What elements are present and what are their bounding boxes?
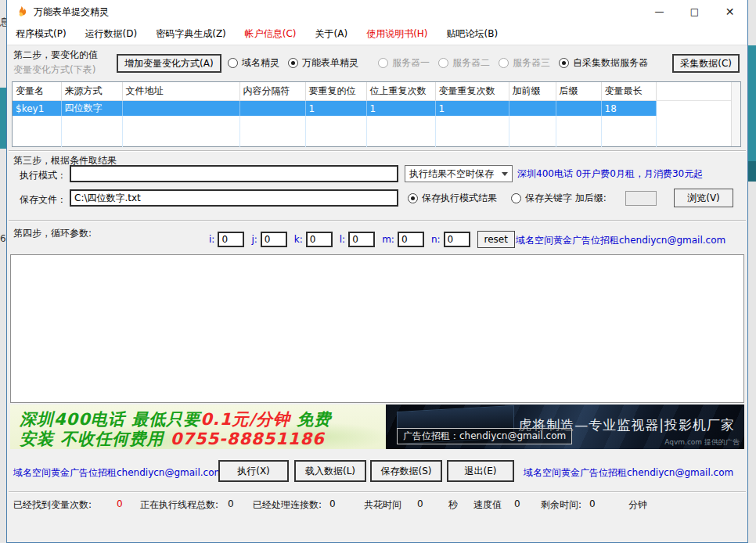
radio-self-collect-server[interactable]: 自采集数据服务器 [559,56,648,70]
footer-promo-link-right[interactable]: 域名空间黄金广告位招租chendiycn@gmail.com [524,466,733,480]
status-threads-label: 正在执行线程总数: [140,498,218,512]
radio-circle-icon [288,58,298,68]
status-links-label: 已经处理连接数: [253,498,322,512]
cell-variable-name[interactable]: $key1 [13,101,61,117]
loop-input-l[interactable] [348,232,375,247]
radio-universal-form-wizard[interactable]: 万能表单精灵 [288,56,358,70]
save-mode-dropdown[interactable]: 执行结果不空时保存 [405,165,513,182]
menu-about[interactable]: 关于(A) [313,26,351,42]
exec-mode-input[interactable] [70,165,398,182]
step2-radio-group: 域名精灵 万能表单精灵 服务器一 服务器二 服务器三 自采集数据服务器 [228,56,648,70]
column-header-file-path[interactable]: 文件地址 [122,82,239,101]
variables-table: 变量名 来源方式 文件地址 内容分隔符 要重复的位 位上重复次数 变量重复次数 … [12,81,741,147]
result-textarea[interactable] [10,254,744,403]
reset-button[interactable]: reset [477,231,515,248]
collect-data-button[interactable]: 采集数据(C) [672,54,740,73]
save-data-button[interactable]: 保存数据(S) [370,460,442,482]
ad-left-line1: 深圳400电话 最低只要0.1元/分钟 免费 [20,408,331,430]
loop-input-k[interactable] [306,232,333,247]
menu-password-dict[interactable]: 密码字典生成(Z) [153,26,229,42]
radio-save-keyword[interactable]: 保存关键字 加后缀: [511,192,607,205]
cell-source[interactable]: 四位数字 [61,101,122,117]
exit-button[interactable]: 退出(E) [447,460,514,482]
cell-digit-repeat-count[interactable]: 1 [366,101,435,117]
maximize-button[interactable]: □ [677,0,712,23]
save-file-input[interactable] [70,189,398,207]
execute-button[interactable]: 执行(X) [218,460,289,482]
minimize-button[interactable]: — [642,0,677,23]
close-button[interactable]: ✕ [712,0,747,23]
ad-text-red: 0.1元/分钟 [200,410,290,429]
radio-label: 域名精灵 [242,56,279,70]
cell-variable-repeat-count[interactable]: 1 [435,101,509,117]
radio-circle-icon [499,58,509,68]
column-header-suffix[interactable]: 后缀 [556,82,601,101]
cell-prefix[interactable] [509,101,556,117]
save-mode-dropdown-value: 执行结果不空时保存 [409,167,494,181]
ad-text-green: 安装 不收任何费用 [20,430,171,448]
status-links-value: 0 [329,498,336,509]
menu-account-info[interactable]: 帐户信息(C) [243,26,299,42]
radio-label: 保存关键字 加后缀: [525,192,607,205]
loop-counter-m: m: [382,232,424,247]
status-remaining-label: 剩余时间: [541,498,581,512]
radio-label: 保存执行模式结果 [422,192,497,205]
add-variable-button[interactable]: 增加变量变化方式(A) [117,54,221,73]
column-header-source[interactable]: 来源方式 [61,82,122,101]
menu-program-mode[interactable]: 程序模式(P) [13,26,69,42]
ad-rent-label: 广告位招租：chendiycn@gmail.com [397,428,572,444]
radio-circle-icon [228,58,238,68]
radio-label: 服务器三 [513,56,550,70]
cell-filler [656,101,731,117]
menu-manual[interactable]: 使用说明书(H) [364,26,430,42]
save-file-label: 保存文件： [20,193,67,207]
column-header-separator[interactable]: 内容分隔符 [239,82,305,101]
loop-label-n: n: [431,234,441,245]
ad-banner-left[interactable]: 深圳400电话 最低只要0.1元/分钟 免费 安装 不收任何费用 0755-88… [10,405,386,449]
status-remaining-value: 0 [589,498,596,509]
suffix-input[interactable] [625,191,657,206]
status-time-value: 0 [417,498,423,509]
ad-banner: 深圳400电话 最低只要0.1元/分钟 免费 安装 不收任何费用 0755-88… [10,405,744,449]
cell-suffix[interactable] [556,101,601,117]
column-header-digit-repeat-count[interactable]: 位上重复次数 [366,82,435,101]
radio-circle-icon [511,193,521,203]
table-scrollbar[interactable] [731,82,740,146]
radio-label: 服务器一 [392,56,430,70]
load-data-button[interactable]: 载入数据(L) [294,460,366,482]
app-window: 万能表单提交精灵 — □ ✕ 程序模式(P) 运行数据(D) 密码字典生成(Z)… [6,0,748,543]
loop-input-j[interactable] [261,232,287,247]
footer-promo-link-left[interactable]: 域名空间黄金广告位招租chendiycn@gmail.com [13,466,223,480]
radio-circle-icon [438,58,448,68]
background-window-artifact [748,161,756,182]
loop-input-n[interactable] [444,232,470,247]
promo-link-400-phone[interactable]: 深圳400电话 0开户费0月租，月消费30元起 [517,167,703,181]
titlebar[interactable]: 万能表单提交精灵 — □ ✕ [7,0,747,23]
menu-run-data[interactable]: 运行数据(D) [83,26,140,42]
column-header-variable-name[interactable]: 变量名 [13,82,61,101]
browse-button[interactable]: 浏览(V) [674,189,733,207]
cell-repeat-digit[interactable]: 1 [305,101,366,117]
ad-banner-right[interactable]: 虎将制造—专业监视器|投影机厂家 广告位招租：chendiycn@gmail.c… [386,405,744,449]
radio-save-exec-result[interactable]: 保存执行模式结果 [408,192,497,205]
cell-max-length[interactable]: 18 [601,101,656,117]
column-header-repeat-digit[interactable]: 要重复的位 [305,82,366,101]
radio-label: 服务器二 [452,56,490,70]
table-row-selected[interactable]: $key1 四位数字 1 1 1 18 [13,101,731,117]
column-header-variable-repeat-count[interactable]: 变量重复次数 [435,82,509,101]
status-threads-value: 0 [228,498,234,509]
loop-input-m[interactable] [398,232,424,247]
status-time-label: 共花时间 [364,498,401,512]
radio-label: 自采集数据服务器 [573,56,648,70]
cell-file-path[interactable] [122,101,239,117]
background-text-fragment: 息 [0,16,6,29]
column-header-max-length[interactable]: 变量最长 [601,82,656,101]
radio-circle-icon [378,58,388,68]
promo-link-domain-rent[interactable]: 域名空间黄金广告位招租chendiycn@gmail.com [516,234,725,247]
loop-input-i[interactable] [218,232,244,247]
window-title: 万能表单提交精灵 [34,5,109,19]
radio-domain-wizard[interactable]: 域名精灵 [228,56,279,70]
menu-forum[interactable]: 贴吧论坛(B) [445,26,501,42]
cell-separator[interactable] [239,101,305,117]
column-header-prefix[interactable]: 加前缀 [509,82,556,101]
